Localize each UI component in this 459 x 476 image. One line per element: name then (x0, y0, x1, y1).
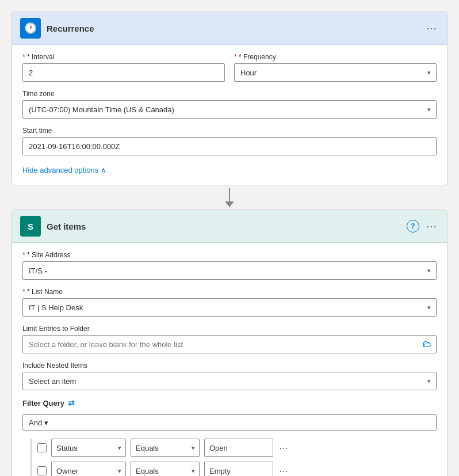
filter-rows-container: Status Owner ▾ Equals Not Equals Contain… (30, 439, 437, 476)
list-name-select[interactable]: IT | S Help Desk (22, 298, 437, 317)
get-items-title: Get items (47, 222, 401, 231)
site-address-group: * Site Address IT/S - ▾ (22, 251, 437, 280)
timezone-group: Time zone (UTC-07:00) Mountain Time (US … (22, 90, 437, 119)
interval-frequency-row: * Interval * Frequency Hour Minute Day W… (22, 53, 437, 82)
folder-input-wrapper: 🗁 (22, 335, 437, 353)
filter-row-2-value-input[interactable] (204, 462, 273, 476)
nested-items-label: Include Nested Items (22, 361, 437, 370)
filter-row-1-more-button[interactable]: ⋯ (278, 441, 289, 455)
recurrence-card: 🕐 Recurrence ⋯ * Interval * Frequency (12, 12, 447, 185)
page-wrapper: 🕐 Recurrence ⋯ * Interval * Frequency (12, 12, 447, 476)
site-address-select[interactable]: IT/S - (22, 261, 437, 280)
get-items-more-icon: ⋯ (426, 220, 437, 233)
starttime-group: Start time (22, 127, 437, 155)
advanced-options-label: Hide advanced options (22, 166, 98, 174)
filter-row-1-checkbox[interactable] (37, 443, 47, 452)
site-address-label: * Site Address (22, 251, 437, 259)
filter-row-1-operator-wrapper: Equals Not Equals Contains ▾ (131, 439, 200, 457)
filter-row-2-more-icon: ⋯ (279, 466, 288, 476)
and-label: And (29, 418, 42, 427)
timezone-select[interactable]: (UTC-07:00) Mountain Time (US & Canada) (22, 100, 437, 119)
connector (225, 185, 234, 210)
get-items-card: S Get items ? ⋯ * Site Address IT/S - (12, 210, 447, 476)
frequency-select[interactable]: Hour Minute Day Week Month (234, 63, 437, 82)
filter-row-2-field-select[interactable]: Owner Status (51, 462, 126, 476)
limit-folder-label: Limit Entries to Folder (22, 325, 437, 333)
recurrence-body: * Interval * Frequency Hour Minute Day W… (12, 45, 447, 185)
filter-query-label: Filter Query (22, 399, 64, 408)
frequency-label: * Frequency (234, 53, 437, 61)
swap-icon[interactable]: ⇄ (68, 398, 75, 408)
recurrence-more-button[interactable]: ⋯ (424, 21, 439, 36)
list-name-group: * List Name IT | S Help Desk ▾ (22, 288, 437, 317)
advanced-chevron-icon: ∧ (101, 166, 106, 174)
connector-line (229, 188, 230, 201)
interval-label: * Interval (22, 53, 225, 61)
starttime-row: Start time (22, 127, 437, 155)
recurrence-more-icon: ⋯ (426, 22, 437, 35)
get-items-header: S Get items ? ⋯ (12, 210, 447, 243)
timezone-label: Time zone (22, 90, 437, 98)
starttime-label: Start time (22, 127, 437, 135)
and-button[interactable]: And ▾ (22, 414, 437, 431)
recurrence-icon: 🕐 (20, 18, 41, 39)
filter-row-2-more-button[interactable]: ⋯ (278, 464, 289, 477)
filter-row: Status Owner ▾ Equals Not Equals Contain… (37, 439, 437, 457)
help-icon-symbol: ? (411, 222, 415, 230)
list-name-label: * List Name (22, 288, 437, 296)
recurrence-header: 🕐 Recurrence ⋯ (12, 12, 447, 45)
folder-input[interactable] (22, 335, 437, 353)
get-items-body: * Site Address IT/S - ▾ * List Name IT |… (12, 243, 447, 476)
get-items-more-button[interactable]: ⋯ (424, 219, 439, 234)
folder-icon: 🗁 (423, 339, 432, 349)
site-address-select-wrapper: IT/S - ▾ (22, 261, 437, 280)
advanced-options-link[interactable]: Hide advanced options ∧ (22, 166, 106, 174)
starttime-input[interactable] (22, 137, 437, 155)
filter-query-group: Filter Query ⇄ And ▾ Status Owner (22, 398, 437, 476)
filter-row-1-field-wrapper: Status Owner ▾ (51, 439, 126, 457)
limit-folder-group: Limit Entries to Folder 🗁 (22, 325, 437, 353)
and-chevron-icon: ▾ (44, 418, 48, 427)
nested-items-select[interactable]: Select an item Yes No (22, 372, 437, 390)
filter-row-1-operator-select[interactable]: Equals Not Equals Contains (131, 439, 200, 457)
get-items-icon: S (20, 216, 41, 237)
filter-row-2-checkbox[interactable] (37, 466, 47, 475)
interval-input[interactable] (22, 63, 225, 82)
filter-row-1-value-input[interactable] (204, 439, 273, 457)
filter-query-section-label: Filter Query ⇄ (22, 398, 437, 408)
frequency-group: * Frequency Hour Minute Day Week Month ▾ (234, 53, 437, 82)
filter-row: Owner Status ▾ Equals Not Equals ▾ (37, 462, 437, 476)
recurrence-title: Recurrence (47, 24, 418, 33)
filter-row-1-more-icon: ⋯ (279, 443, 288, 453)
nested-items-select-wrapper: Select an item Yes No ▾ (22, 372, 437, 390)
timezone-select-wrapper: (UTC-07:00) Mountain Time (US & Canada) … (22, 100, 437, 119)
get-items-actions: ? ⋯ (407, 219, 439, 234)
filter-row-2-field-wrapper: Owner Status ▾ (51, 462, 126, 476)
folder-browse-button[interactable]: 🗁 (423, 339, 432, 349)
recurrence-actions: ⋯ (424, 21, 439, 36)
interval-group: * Interval (22, 53, 225, 82)
nested-items-group: Include Nested Items Select an item Yes … (22, 361, 437, 390)
timezone-row: Time zone (UTC-07:00) Mountain Time (US … (22, 90, 437, 119)
get-items-help-button[interactable]: ? (407, 220, 419, 233)
filter-row-2-operator-select[interactable]: Equals Not Equals (131, 462, 200, 476)
filter-row-2-operator-wrapper: Equals Not Equals ▾ (131, 462, 200, 476)
frequency-select-wrapper: Hour Minute Day Week Month ▾ (234, 63, 437, 82)
connector-arrow (225, 201, 234, 207)
filter-row-1-field-select[interactable]: Status Owner (51, 439, 126, 457)
list-name-select-wrapper: IT | S Help Desk ▾ (22, 298, 437, 317)
